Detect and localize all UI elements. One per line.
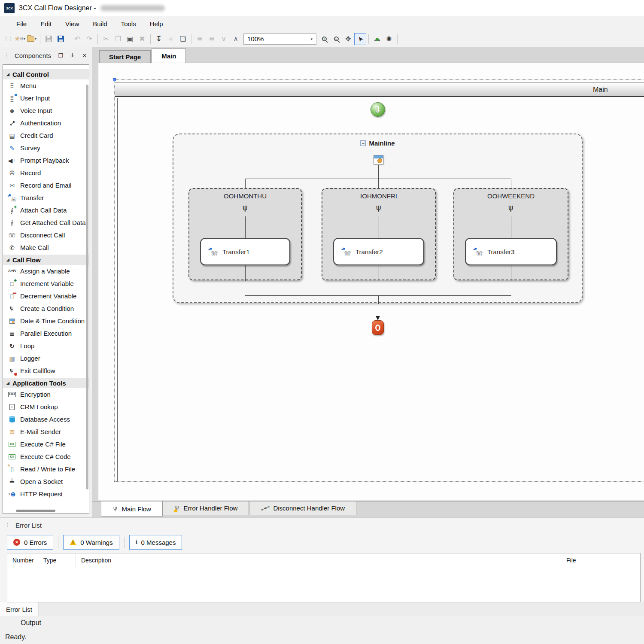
mainline-collapse-icon[interactable]: − (360, 140, 366, 146)
component-item-record-and-email[interactable]: ✉Record and Email (3, 179, 89, 191)
component-item-prompt-playback[interactable]: ◀⋮Prompt Playback (3, 154, 89, 167)
save-button[interactable] (43, 33, 55, 45)
menu-help[interactable]: Help (143, 18, 170, 30)
component-item-get-attached-call-data[interactable]: ∮Get Attached Call Data (3, 216, 89, 229)
component-item-parallel-execution[interactable]: ≣Parallel Execution (3, 327, 89, 340)
settings-button[interactable]: ✺ (383, 33, 395, 45)
component-item-menu[interactable]: ⠿Menu (3, 79, 89, 92)
mainline-container[interactable]: − Mainline OOHMONTHU ⋔ (173, 134, 583, 303)
component-item-create-condition[interactable]: ⋔Create a Condition (3, 302, 89, 315)
close-icon[interactable]: ✕ (80, 51, 89, 60)
component-item-email-sender[interactable]: ✉E-Mail Sender (3, 425, 89, 438)
component-item-make-call[interactable]: ✆Make Call (3, 241, 89, 254)
align-components-button[interactable]: ≣ (206, 33, 218, 45)
undo-button[interactable]: ↶ (71, 33, 83, 45)
open-dropdown-icon[interactable]: ▾ (35, 37, 36, 41)
new-callflow-button[interactable]: ✳⠿▾ (14, 33, 26, 45)
component-item-record[interactable]: ✇Record (3, 167, 89, 179)
messages-filter-button[interactable]: i 0 Messages (129, 535, 182, 550)
component-item-open-socket[interactable]: ╧Open a Socket (3, 475, 89, 488)
transfer3-node[interactable]: ➜☏ Transfer3 (465, 238, 557, 265)
component-item-http-request[interactable]: ≡⊕HTTP Request (3, 488, 89, 500)
section-call-flow[interactable]: ◢Call Flow (3, 255, 89, 265)
build-all-button[interactable]: ⌗ (165, 33, 177, 45)
component-item-assign-variable[interactable]: A+BAssign a Variable (3, 265, 89, 277)
panel-grip[interactable]: ⋮ (4, 52, 9, 58)
menu-tools[interactable]: Tools (114, 18, 143, 30)
float-window-icon[interactable]: ❐ (56, 51, 65, 60)
warnings-filter-button[interactable]: 0 Warnings (63, 535, 119, 550)
column-number[interactable]: Number (7, 553, 38, 567)
menu-edit[interactable]: Edit (33, 18, 58, 30)
zoom-in-button[interactable]: + (318, 33, 330, 45)
tab-error-list[interactable]: Error List (0, 602, 39, 616)
branch-iohmonfri[interactable]: IOHMONFRI ⋔ ➜☏ Transfer2 (322, 188, 436, 280)
component-item-decrement-variable[interactable]: □▬Decrement Variable (3, 290, 89, 302)
component-item-crm-lookup[interactable]: ≡CRM Lookup (3, 401, 89, 413)
components-vertical-scrollbar[interactable] (86, 85, 88, 489)
open-button[interactable]: ▾ (26, 33, 38, 45)
save-all-button[interactable] (55, 33, 67, 45)
component-item-logger[interactable]: ▥Logger (3, 352, 89, 365)
tab-disconnect-handler-flow[interactable]: ⊶⊷ Disconnect Handler Flow (249, 501, 356, 515)
flow-disconnect-icon[interactable] (372, 320, 384, 335)
component-item-user-input[interactable]: ⣿User Input (3, 92, 89, 104)
delete-button[interactable]: ✖ (136, 33, 148, 45)
column-file[interactable]: File (561, 553, 640, 567)
build-button[interactable]: ↧ (153, 33, 165, 45)
copy-button[interactable]: ❐ (112, 33, 124, 45)
pointer-button[interactable]: ➤ (354, 33, 366, 45)
component-item-read-write-file[interactable]: ▯✎Read / Write to File (3, 463, 89, 475)
component-item-datetime-condition[interactable]: Date & Time Condition (3, 315, 89, 327)
branch-oohweekend[interactable]: OOHWEEKEND ⋔ ➜☏ Transfer3 (453, 188, 568, 280)
component-item-loop[interactable]: ↻Loop (3, 340, 89, 352)
component-item-execute-csharp-file[interactable]: C#Execute C# File (3, 438, 89, 450)
component-item-database-access[interactable]: Database Access (3, 413, 89, 425)
datetime-condition-icon[interactable] (374, 155, 383, 164)
section-application-tools[interactable]: ◢Application Tools (3, 378, 89, 388)
pan-button[interactable]: ✥ (342, 33, 354, 45)
new-dropdown-icon[interactable]: ▾ (24, 37, 25, 41)
flow-canvas[interactable]: Main ⇩ − Mainline (98, 63, 644, 501)
section-call-control[interactable]: ◢Call Control (3, 69, 89, 79)
tab-output[interactable]: Output (0, 616, 644, 630)
zoom-level-combo[interactable]: 100% ▾ (243, 33, 316, 45)
menu-file[interactable]: File (9, 18, 33, 30)
debug-window-button[interactable]: ❏ (177, 33, 189, 45)
component-item-survey[interactable]: ✎Survey (3, 142, 89, 154)
component-item-exit-callflow[interactable]: ⋔Exit Callflow (3, 365, 89, 377)
column-description[interactable]: Description (76, 553, 561, 567)
transfer1-node[interactable]: ➜☏ Transfer1 (200, 238, 290, 265)
cut-button[interactable]: ✂ (100, 33, 112, 45)
component-item-authentication[interactable]: ⊶Authentication (3, 117, 89, 129)
flow-start-icon[interactable]: ⇩ (371, 102, 385, 117)
flow-selection-frame[interactable]: Main ⇩ − Mainline (114, 79, 644, 482)
errors-filter-button[interactable]: ✕ 0 Errors (7, 535, 53, 550)
component-item-transfer[interactable]: ➜☏Transfer (3, 191, 89, 204)
collapse-button[interactable]: ∧ (230, 33, 242, 45)
tab-start-page[interactable]: Start Page (99, 50, 151, 63)
component-item-attach-call-data[interactable]: ∮✚Attach Call Data (3, 204, 89, 216)
toolbar-grip[interactable]: ⋮⋮ (3, 36, 12, 42)
component-item-encryption[interactable]: 0101Encryption (3, 388, 89, 401)
component-item-credit-card[interactable]: ▤Credit Card (3, 129, 89, 142)
tab-error-handler-flow[interactable]: ⋔ Error Handler Flow (163, 501, 249, 515)
branch-oohmonthu[interactable]: OOHMONTHU ⋔ ➜☏ Transfer1 (188, 188, 302, 280)
zoom-out-button[interactable]: − (330, 33, 342, 45)
format-components-button[interactable]: ≣ (194, 33, 206, 45)
transfer2-node[interactable]: ➜☏ Transfer2 (333, 238, 424, 265)
tab-main-flow[interactable]: ⋔ Main Flow (101, 501, 163, 516)
deploy-button[interactable]: ☁ (371, 33, 383, 45)
column-type[interactable]: Type (38, 553, 76, 567)
pin-icon[interactable]: Ŧ (68, 51, 77, 60)
tab-main[interactable]: Main (152, 49, 186, 63)
menu-build[interactable]: Build (86, 18, 114, 30)
components-horizontal-scrollbar[interactable] (16, 510, 55, 512)
component-item-increment-variable[interactable]: □✚Increment Variable (3, 277, 89, 290)
selection-handle[interactable] (113, 78, 116, 81)
redo-button[interactable]: ↷ (83, 33, 95, 45)
component-item-execute-csharp-code[interactable]: C#Execute C# Code (3, 450, 89, 463)
component-item-disconnect-call[interactable]: ☏Disconnect Call (3, 229, 89, 241)
panel-grip[interactable]: ⋮ (5, 522, 9, 528)
paste-button[interactable]: ▣ (124, 33, 136, 45)
